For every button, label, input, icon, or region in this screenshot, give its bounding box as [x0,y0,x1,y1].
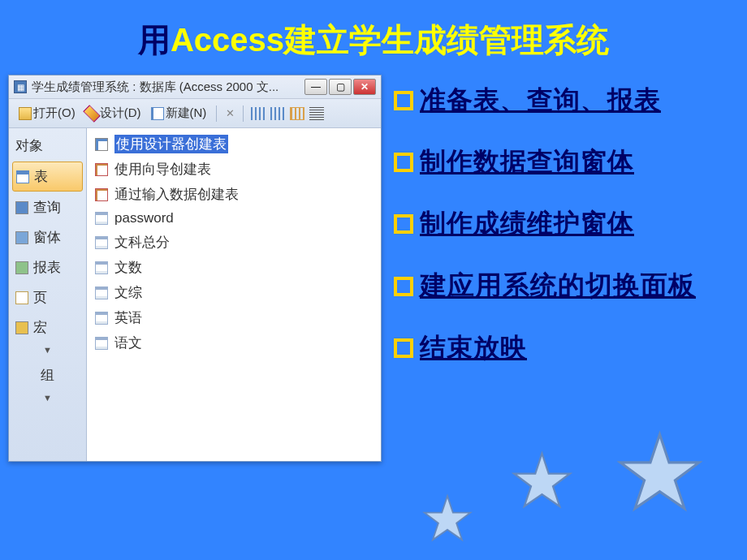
sidebar-group[interactable]: 组 [12,361,83,390]
toolbar: 打开(O) 设计(D) 新建(N) ✕ [9,99,381,128]
table-icon [95,261,108,274]
toolbar-new-label: 新建(N) [166,106,207,121]
content-area: ▦ 学生成绩管理系统 : 数据库 (Access 2000 文... — ▢ ✕… [0,75,747,462]
view-details-icon[interactable] [309,107,324,120]
list-item-label: 文科总分 [114,233,170,252]
bullet-icon [394,214,413,234]
toolbar-open-label: 打开(O) [33,106,76,121]
wizard-icon [95,188,108,201]
view-small-icon[interactable] [270,107,285,120]
object-list: 使用设计器创建表 使用向导创建表 通过输入数据创建表 password 文科总分 [87,128,381,461]
query-icon [15,201,28,214]
list-item-label: 语文 [114,334,142,352]
window-title: 学生成绩管理系统 : 数据库 (Access 2000 文... [32,80,304,95]
bullet-item[interactable]: 制作数据查询窗体 [394,144,735,180]
list-item[interactable]: 文数 [90,255,378,280]
sidebar-item-macros[interactable]: 宏 [12,313,83,342]
svg-marker-0 [424,496,470,540]
title-highlight: Access [171,22,284,58]
toolbar-separator [243,106,244,122]
sidebar-item-label: 表 [34,167,48,186]
report-icon [15,261,28,274]
delete-icon[interactable]: ✕ [223,107,236,120]
minimize-button[interactable]: — [304,79,327,95]
toolbar-design[interactable]: 设计(D) [82,104,145,123]
bullet-icon [394,91,413,110]
form-icon [15,231,28,244]
sidebar-scroll-down[interactable]: ▼ [12,343,83,356]
list-item[interactable]: password [90,207,378,230]
sidebar-item-label: 报表 [33,258,61,277]
list-item[interactable]: 使用设计器创建表 [90,131,378,157]
sidebar-item-tables[interactable]: 表 [12,162,83,192]
list-item-label: 文数 [114,258,142,277]
bullet-item[interactable]: 结束放映 [394,330,735,366]
toolbar-design-label: 设计(D) [100,106,141,121]
bullet-text: 制作数据查询窗体 [420,144,634,180]
list-item-label: 通过输入数据创建表 [114,185,239,204]
wizard-icon [95,138,108,151]
app-icon: ▦ [14,80,27,93]
bullet-text: 结束放映 [420,330,527,366]
table-icon [95,312,108,325]
table-icon [95,212,108,225]
sidebar-item-label: 查询 [33,198,61,217]
maximize-button[interactable]: ▢ [329,79,352,95]
list-item-label: 使用向导创建表 [114,160,211,179]
window-buttons: — ▢ ✕ [304,79,376,95]
sidebar-item-queries[interactable]: 查询 [12,193,83,222]
new-icon [151,107,164,120]
list-item[interactable]: 语文 [90,330,378,355]
list-item[interactable]: 文综 [90,280,378,305]
bullet-item[interactable]: 制作成绩维护窗体 [394,206,735,242]
list-item[interactable]: 通过输入数据创建表 [90,182,378,207]
bullet-item[interactable]: 建应用系统的切换面板 [394,268,735,304]
toolbar-new[interactable]: 新建(N) [148,104,210,123]
macro-icon [15,321,28,334]
list-item-label: 使用设计器创建表 [114,135,228,153]
table-icon [95,337,108,350]
bullet-item[interactable]: 准备表、查询、报表 [394,83,735,118]
bullet-icon [394,153,413,172]
sidebar-item-label: 页 [33,288,47,307]
title-pre: 用 [138,22,171,58]
sidebar-header-label: 对象 [15,136,43,155]
bullet-text: 建应用系统的切换面板 [420,268,696,304]
title-post: 建立学生成绩管理系统 [284,22,609,58]
sidebar-item-label: 窗体 [33,228,61,247]
db-body: 对象 表 查询 窗体 报表 [9,128,381,461]
table-icon [95,286,108,299]
star-icon [422,493,473,544]
bullet-text: 准备表、查询、报表 [420,83,661,118]
window-titlebar: ▦ 学生成绩管理系统 : 数据库 (Access 2000 文... — ▢ ✕ [9,75,381,99]
bullet-icon [394,338,413,358]
toolbar-open[interactable]: 打开(O) [15,104,79,123]
sidebar: 对象 表 查询 窗体 报表 [9,128,87,461]
access-db-window: ▦ 学生成绩管理系统 : 数据库 (Access 2000 文... — ▢ ✕… [8,75,382,462]
sidebar-group-label: 组 [41,368,54,383]
sidebar-item-forms[interactable]: 窗体 [12,223,83,252]
slide-title: 用Access建立学生成绩管理系统 [0,0,747,75]
list-item[interactable]: 英语 [90,305,378,330]
list-item-label: 文综 [114,283,142,302]
sidebar-item-pages[interactable]: 页 [12,283,83,312]
wizard-icon [95,163,108,176]
view-list-icon[interactable] [290,107,304,120]
close-button[interactable]: ✕ [353,79,376,95]
sidebar-group-scroll[interactable]: ▼ [12,391,83,404]
table-icon [95,236,108,249]
bullet-text: 制作成绩维护窗体 [420,206,634,242]
folder-icon [19,107,32,120]
pencil-icon [83,105,100,122]
list-item[interactable]: 文科总分 [90,230,378,255]
sidebar-item-label: 宏 [33,318,47,337]
list-item-label: password [114,210,174,226]
sidebar-header: 对象 [12,131,83,160]
bullet-icon [394,277,413,296]
bullet-list: 准备表、查询、报表 制作数据查询窗体 制作成绩维护窗体 建应用系统的切换面板 结… [394,75,739,462]
table-icon [16,170,29,183]
list-item[interactable]: 使用向导创建表 [90,157,378,182]
toolbar-separator [216,106,217,122]
view-large-icon[interactable] [251,107,266,120]
sidebar-item-reports[interactable]: 报表 [12,253,83,282]
